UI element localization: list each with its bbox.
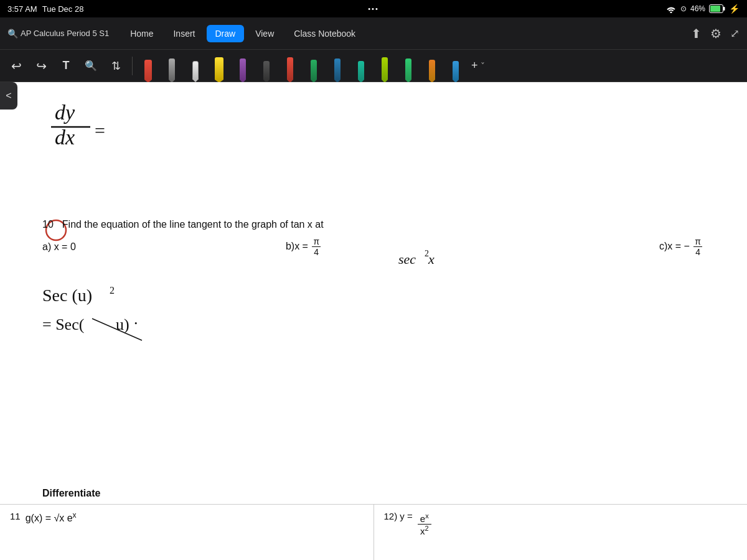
- gray-pen-tool[interactable]: [161, 52, 182, 80]
- more-options[interactable]: ˅: [481, 61, 485, 71]
- svg-text:u): u): [116, 315, 129, 334]
- menu-right-icons: ⬆ ⚙ ⤢: [691, 26, 740, 41]
- expand-icon[interactable]: ⤢: [730, 27, 740, 40]
- status-left: 3:57 AM Tue Dec 28: [7, 4, 83, 14]
- charging-icon: ⚡: [729, 4, 740, 14]
- green-pen-tool[interactable]: [398, 52, 419, 80]
- svg-text:dy: dy: [55, 101, 75, 124]
- settings-icon[interactable]: ⚙: [710, 26, 721, 41]
- part-a: a) x = 0: [42, 241, 192, 253]
- problem-10-text: Find the equation of the line tangent to…: [62, 219, 324, 230]
- menu-bar: 🔍 AP Calculus Period 5 S1 Home Insert Dr…: [0, 17, 747, 50]
- collapse-sidebar-button[interactable]: <: [0, 82, 17, 110]
- bottom-table: 11 g(x) = √x ex 12) y = ex x2: [0, 504, 747, 560]
- yellow-highlighter-tool[interactable]: [209, 52, 230, 80]
- content-area: dy dx = sec 2 x Sec (u) 2 = Sec( u) ·: [0, 82, 747, 560]
- redo-button[interactable]: ↩: [30, 55, 52, 77]
- white-pen-tool[interactable]: [185, 52, 206, 80]
- search-icon: 🔍: [7, 29, 18, 39]
- menu-item-class-notebook[interactable]: Class Notebook: [285, 25, 364, 42]
- problem-11-content: g(x) = √x ex: [26, 511, 77, 524]
- part-c: c)x = − π 4: [416, 236, 728, 257]
- problem-12-cell: 12) y = ex x2: [374, 505, 748, 560]
- menu-item-insert[interactable]: Insert: [164, 25, 204, 42]
- problem-10-header: 10 Find the equation of the line tangent…: [42, 219, 728, 230]
- svg-rect-2: [723, 7, 725, 11]
- menu-item-home[interactable]: Home: [121, 25, 162, 42]
- problem-12-number: 12) y =: [384, 511, 413, 521]
- dark-green-pen-tool[interactable]: [303, 52, 324, 80]
- status-bar: 3:57 AM Tue Dec 28 ••• ⊙ 46% ⚡: [0, 0, 747, 17]
- status-right: ⊙ 46% ⚡: [665, 4, 740, 14]
- move-button[interactable]: ⇅: [105, 55, 127, 77]
- menu-item-draw[interactable]: Draw: [207, 25, 245, 42]
- zoom-button[interactable]: 🔍: [80, 55, 102, 77]
- svg-text:2: 2: [110, 285, 115, 296]
- problem-11-number: 11: [10, 511, 21, 521]
- svg-text:=: =: [95, 120, 105, 141]
- svg-text:= Sec(: = Sec(: [42, 315, 84, 334]
- svg-line-16: [92, 319, 142, 340]
- problem-10-parts: a) x = 0 b)x = π 4 c)x = − π 4: [42, 236, 728, 257]
- problem-10-block: 10 Find the equation of the line tangent…: [42, 219, 728, 257]
- problem-12-content: ex x2: [418, 512, 431, 536]
- location-icon: ⊙: [680, 4, 687, 13]
- battery-display: 46%: [690, 4, 705, 13]
- toolbar: ↩ ↩ T 🔍 ⇅: [0, 50, 747, 82]
- teal-pen-tool[interactable]: [350, 52, 372, 80]
- text-tool-button[interactable]: T: [55, 55, 77, 77]
- share-icon[interactable]: ⬆: [691, 26, 702, 41]
- blue-pen-tool[interactable]: [327, 52, 348, 80]
- lime-pen-tool[interactable]: [374, 52, 395, 80]
- toolbar-divider-1: [132, 57, 133, 75]
- svg-text:dx: dx: [55, 126, 75, 149]
- undo-button[interactable]: ↩: [5, 55, 27, 77]
- dark-pen-tool[interactable]: [256, 52, 277, 80]
- purple-pen-tool[interactable]: [232, 52, 253, 80]
- differentiate-label: Differentiate: [42, 488, 100, 499]
- add-pen-button[interactable]: +: [471, 59, 478, 72]
- app-title[interactable]: 🔍 AP Calculus Period 5 S1: [7, 29, 109, 39]
- red-pen-tool[interactable]: [280, 52, 301, 80]
- orange-pen-tool[interactable]: [421, 52, 443, 80]
- svg-text:Sec (u): Sec (u): [42, 286, 92, 305]
- svg-text:·: ·: [134, 314, 138, 332]
- time-display: 3:57 AM: [7, 4, 37, 14]
- handwriting-overlay: dy dx = sec 2 x Sec (u) 2 = Sec( u) ·: [0, 82, 747, 560]
- light-blue-pen-tool[interactable]: [445, 52, 466, 80]
- problem-11-cell: 11 g(x) = √x ex: [0, 505, 374, 560]
- eraser-tool[interactable]: [138, 52, 159, 80]
- app-title-text: AP Calculus Period 5 S1: [21, 29, 109, 38]
- menu-item-view[interactable]: View: [247, 25, 283, 42]
- part-b: b)x = π 4: [192, 236, 416, 257]
- problem-10-number: 10: [42, 219, 54, 230]
- wifi-icon: [665, 4, 677, 13]
- battery-icon: [709, 4, 725, 13]
- date-display: Tue Dec 28: [42, 4, 84, 14]
- svg-rect-1: [710, 6, 720, 12]
- signal-dots: •••: [368, 5, 379, 12]
